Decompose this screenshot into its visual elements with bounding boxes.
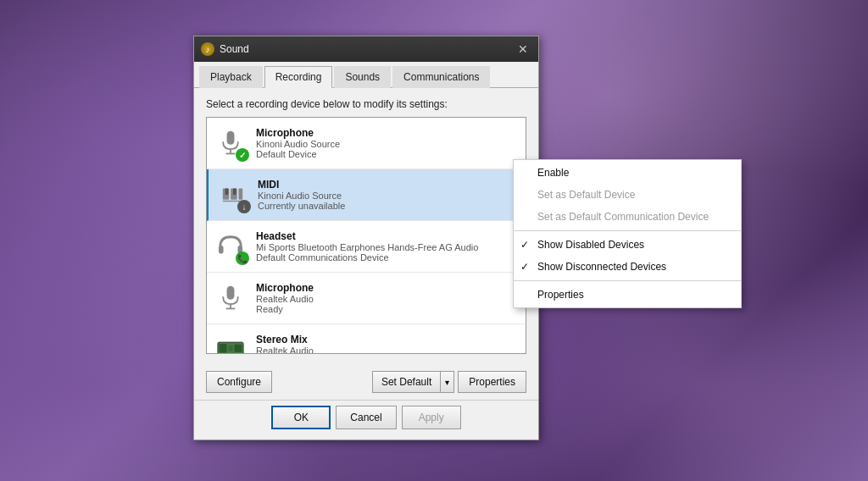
svg-rect-5 (225, 189, 229, 196)
device-name-mic2: Microphone (256, 282, 520, 294)
set-default-dropdown-arrow[interactable]: ▾ (441, 372, 453, 392)
action-buttons-row: OK Cancel Apply (194, 400, 538, 440)
configure-button[interactable]: Configure (206, 371, 272, 393)
dialog-title: Sound (220, 43, 249, 55)
ctx-show-disconnected[interactable]: ✓ Show Disconnected Devices (514, 256, 741, 278)
dialog-titlebar: ♪ Sound ✕ (194, 36, 538, 62)
sound-icon: ♪ (201, 42, 214, 56)
device-name-headset: Headset (256, 230, 520, 242)
device-item-headset[interactable]: 📞 Headset Mi Sports Bluetooth Earphones … (207, 221, 526, 273)
device-info-mic1: Microphone Kinoni Audio Source Default D… (256, 127, 520, 159)
device-item-stereo-mix[interactable]: Stereo Mix Realtek Audio Ready (207, 324, 526, 354)
device-info-midi: MIDI Kinoni Audio Source Currently unava… (258, 179, 520, 211)
device-item-microphone-default[interactable]: ✓ Microphone Kinoni Audio Source Default… (207, 118, 526, 169)
set-default-button[interactable]: Set Default (373, 372, 441, 392)
ctx-set-default-comm: Set as Default Communication Device (514, 206, 741, 228)
device-status-midi: Currently unavailable (258, 201, 520, 211)
device-info-stereo: Stereo Mix Realtek Audio Ready (256, 334, 520, 354)
unavailable-badge-midi: ↓ (237, 200, 251, 213)
bottom-buttons-row1: Configure Set Default ▾ Properties (194, 364, 538, 400)
dialog-content: Select a recording device below to modif… (194, 88, 538, 364)
ctx-show-disabled[interactable]: ✓ Show Disabled Devices (514, 234, 741, 256)
device-sub-headset: Mi Sports Bluetooth Earphones Hands-Free… (256, 242, 520, 252)
properties-button[interactable]: Properties (458, 371, 526, 393)
ctx-show-disabled-check: ✓ (520, 239, 529, 251)
device-list[interactable]: ✓ Microphone Kinoni Audio Source Default… (206, 117, 526, 354)
device-status-headset: Default Communications Device (256, 252, 520, 263)
ok-button[interactable]: OK (271, 406, 331, 429)
device-icon-wrapper-headset: 📞 (212, 228, 249, 265)
tab-recording[interactable]: Recording (264, 66, 333, 88)
tabs-row: Playback Recording Sounds Communications (194, 62, 538, 88)
svg-rect-16 (228, 346, 232, 351)
tab-playback[interactable]: Playback (199, 66, 263, 88)
device-status-mic2: Ready (256, 304, 520, 314)
device-sub-midi: Kinoni Audio Source (258, 191, 520, 201)
instruction-text: Select a recording device below to modif… (206, 98, 526, 110)
tab-sounds[interactable]: Sounds (334, 66, 391, 88)
context-menu: Enable Set as Default Device Set as Defa… (513, 159, 742, 308)
svg-rect-0 (227, 131, 235, 145)
svg-rect-9 (219, 246, 224, 253)
device-name-midi: MIDI (258, 179, 520, 191)
ctx-properties-label: Properties (537, 289, 584, 301)
sound-dialog: ♪ Sound ✕ Playback Recording Sounds Comm… (193, 36, 539, 440)
device-sub-stereo: Realtek Audio (256, 346, 520, 354)
ctx-show-disabled-label: Show Disabled Devices (537, 239, 644, 251)
cancel-button[interactable]: Cancel (336, 406, 396, 429)
ctx-enable[interactable]: Enable (514, 162, 741, 184)
svg-rect-8 (239, 189, 243, 200)
device-sub-mic1: Kinoni Audio Source (256, 139, 520, 149)
ctx-set-default-label: Set as Default Device (537, 189, 635, 201)
default-badge-mic1: ✓ (236, 148, 249, 162)
titlebar-left: ♪ Sound (201, 42, 249, 56)
device-name-mic1: Microphone (256, 127, 520, 139)
svg-rect-11 (227, 286, 235, 300)
microphone-realtek-icon (219, 285, 242, 312)
ctx-set-default-comm-label: Set as Default Communication Device (537, 211, 709, 223)
apply-button[interactable]: Apply (402, 406, 461, 429)
device-icon-wrapper-mic1: ✓ (212, 124, 249, 162)
device-item-microphone-realtek[interactable]: Microphone Realtek Audio Ready (207, 273, 526, 324)
device-icon-wrapper-midi: ↓ (214, 176, 251, 213)
set-default-split-button[interactable]: Set Default ▾ (372, 371, 454, 393)
svg-rect-15 (220, 344, 227, 353)
device-name-stereo: Stereo Mix (256, 334, 520, 346)
device-item-midi[interactable]: ↓ MIDI Kinoni Audio Source Currently una… (207, 169, 526, 221)
ctx-separator-2 (514, 280, 741, 281)
device-info-headset: Headset Mi Sports Bluetooth Earphones Ha… (256, 230, 520, 263)
device-info-mic2: Microphone Realtek Audio Ready (256, 282, 520, 314)
device-icon-wrapper-mic2 (212, 279, 249, 317)
svg-rect-6 (233, 189, 236, 196)
ctx-separator-1 (514, 230, 741, 231)
ctx-show-disconnected-label: Show Disconnected Devices (537, 261, 666, 273)
ctx-enable-label: Enable (537, 167, 569, 179)
close-button[interactable]: ✕ (515, 41, 531, 58)
device-sub-mic2: Realtek Audio (256, 294, 520, 304)
ctx-set-default: Set as Default Device (514, 184, 741, 206)
phone-badge-headset: 📞 (236, 252, 249, 265)
ctx-properties[interactable]: Properties (514, 284, 741, 306)
ctx-show-disconnected-check: ✓ (520, 261, 529, 273)
device-status-mic1: Default Device (256, 149, 520, 159)
device-icon-wrapper-stereo (212, 331, 249, 354)
svg-rect-17 (234, 345, 242, 352)
tab-communications[interactable]: Communications (392, 66, 490, 88)
stereo-mix-icon (217, 340, 244, 354)
